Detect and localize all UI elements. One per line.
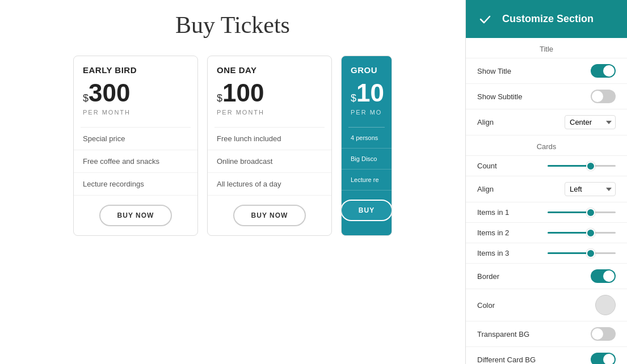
- per-month: PER MONTH: [83, 109, 188, 116]
- main-content: Buy Tickets EARLY BIRD $ 300 PER MONTH S…: [0, 0, 465, 364]
- items-in-3-row: Items in 3: [466, 243, 627, 264]
- feature-item: Online broadcast: [208, 150, 331, 173]
- items-in-3-label: Items in 3: [477, 249, 509, 257]
- price-dollar: $: [217, 92, 222, 104]
- sidebar-title: Customize Section: [502, 13, 594, 25]
- count-slider[interactable]: [548, 165, 616, 167]
- border-row: Border: [466, 264, 627, 289]
- items-in-1-slider[interactable]: [548, 211, 616, 213]
- items-in-2-slider-container: [548, 232, 616, 234]
- count-row: Count: [466, 156, 627, 176]
- align-cards-select[interactable]: Left Center Right: [565, 182, 616, 196]
- per-month: PER MONTH: [217, 109, 322, 116]
- section-label-title: Title: [466, 38, 627, 58]
- buy-now-button[interactable]: BUY NOW: [233, 205, 306, 226]
- show-title-toggle[interactable]: [591, 64, 616, 78]
- show-subtitle-row: Show Subtitle: [466, 84, 627, 109]
- price-row: $ 100: [217, 81, 322, 105]
- items-in-1-slider-container: [548, 211, 616, 213]
- show-title-row: Show Title: [466, 58, 627, 84]
- align-cards-label: Align: [477, 185, 494, 193]
- early-bird-card: EARLY BIRD $ 300 PER MONTH Special price…: [73, 56, 198, 236]
- sidebar-header: Customize Section: [466, 0, 627, 38]
- different-card-bg-toggle[interactable]: [591, 353, 616, 364]
- show-subtitle-toggle[interactable]: [591, 90, 616, 103]
- price-dollar: $: [351, 92, 356, 104]
- color-row: Color: [466, 289, 627, 321]
- transparent-bg-row: Transparent BG: [466, 321, 627, 347]
- feature-item: Big Disco: [342, 149, 392, 170]
- card-name: ONE DAY: [217, 65, 322, 75]
- items-in-2-label: Items in 2: [477, 228, 509, 237]
- align-cards-row: Align Left Center Right: [466, 176, 627, 202]
- one-day-card: ONE DAY $ 100 PER MONTH Free lunch inclu…: [207, 56, 332, 236]
- align-title-row: Align Left Center Right: [466, 109, 627, 136]
- different-card-bg-label: Different Card BG: [477, 355, 536, 364]
- show-subtitle-label: Show Subtitle: [477, 92, 523, 101]
- price-amount: 100: [222, 81, 264, 105]
- items-in-1-row: Items in 1: [466, 202, 627, 223]
- feature-item: Free coffee and snacks: [74, 150, 197, 173]
- card-header: ONE DAY $ 100 PER MONTH: [208, 56, 331, 127]
- card-name: GROU: [351, 65, 382, 75]
- price-row: $ 10: [351, 81, 382, 105]
- feature-item: Lecture re: [342, 170, 392, 191]
- feature-item: All lectures of a day: [208, 173, 331, 196]
- items-in-1-label: Items in 1: [477, 208, 509, 217]
- count-slider-container: [548, 165, 616, 167]
- page-title: Buy Tickets: [175, 11, 290, 39]
- check-icon: [477, 11, 493, 27]
- color-label: Color: [477, 301, 495, 310]
- show-title-label: Show Title: [477, 67, 511, 75]
- different-card-bg-row: Different Card BG: [466, 347, 627, 364]
- sidebar: Customize Section Title Show Title Show …: [465, 0, 627, 364]
- color-swatch[interactable]: [595, 295, 616, 315]
- buy-now-section: BUY: [342, 191, 392, 230]
- price-amount: 10: [356, 81, 384, 105]
- align-title-select[interactable]: Left Center Right: [565, 115, 616, 129]
- price-amount: 300: [89, 81, 130, 105]
- buy-now-button[interactable]: BUY: [341, 200, 392, 221]
- buy-now-section: BUY NOW: [208, 196, 331, 235]
- buy-now-section: BUY NOW: [74, 196, 197, 235]
- items-in-3-slider[interactable]: [548, 252, 616, 254]
- items-in-2-row: Items in 2: [466, 223, 627, 243]
- border-label: Border: [477, 272, 499, 281]
- transparent-bg-toggle[interactable]: [591, 327, 616, 341]
- feature-item: Special price: [74, 128, 197, 150]
- card-name: EARLY BIRD: [83, 65, 188, 75]
- price-row: $ 300: [83, 81, 188, 105]
- border-toggle[interactable]: [591, 269, 616, 283]
- count-label: Count: [477, 162, 497, 170]
- cards-container: EARLY BIRD $ 300 PER MONTH Special price…: [11, 56, 454, 236]
- card-header: EARLY BIRD $ 300 PER MONTH: [74, 56, 197, 127]
- price-dollar: $: [83, 92, 89, 104]
- buy-now-button[interactable]: BUY NOW: [99, 205, 172, 226]
- group-card: GROU $ 10 PER MO 4 persons Big Disco Lec…: [341, 56, 392, 236]
- align-title-label: Align: [477, 118, 494, 126]
- card-header: GROU $ 10 PER MO: [342, 56, 392, 127]
- items-in-3-slider-container: [548, 252, 616, 254]
- feature-item: 4 persons: [342, 128, 392, 149]
- transparent-bg-label: Transparent BG: [477, 330, 529, 338]
- per-month: PER MO: [351, 109, 382, 116]
- items-in-2-slider[interactable]: [548, 232, 616, 234]
- feature-item: Lecture recordings: [74, 173, 197, 196]
- section-label-cards: Cards: [466, 136, 627, 156]
- feature-item: Free lunch included: [208, 128, 331, 150]
